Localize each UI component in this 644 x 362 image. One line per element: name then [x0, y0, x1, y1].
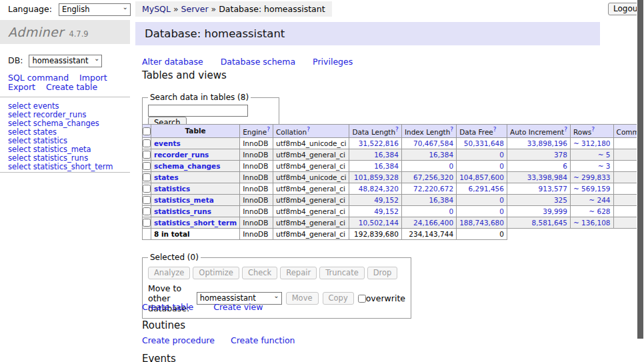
table-name-link[interactable]: statistics_runs: [154, 207, 211, 215]
row-checkbox-cell: [143, 149, 151, 160]
optimize-button[interactable]: Optimize: [193, 267, 239, 279]
search-legend: Search data in tables (8): [148, 93, 251, 102]
column-help-icon[interactable]: ?: [395, 126, 399, 133]
search-input[interactable]: [148, 105, 248, 117]
cell-data-length: 16,384: [349, 160, 401, 171]
breadcrumb-mysql-link[interactable]: MySQL: [142, 4, 171, 14]
column-help-icon[interactable]: ?: [493, 126, 497, 133]
routines-heading: Routines: [142, 319, 185, 331]
db-select[interactable]: homeassistant: [29, 55, 102, 67]
table-name-link[interactable]: recorder_runs: [154, 151, 209, 159]
row-checkbox[interactable]: [143, 173, 151, 181]
table-header: TableEngine?Collation?Data Length?Index …: [143, 125, 644, 138]
table-name-link[interactable]: statistics_short_term: [154, 219, 237, 227]
table-name-link[interactable]: statistics: [154, 185, 190, 193]
row-checkbox[interactable]: [143, 219, 151, 227]
breadcrumb-current: Database: homeassistant: [219, 4, 325, 14]
select-table-link[interactable]: select statistics_short_term: [8, 163, 130, 171]
column-help-icon[interactable]: ?: [450, 126, 453, 133]
table-name-link[interactable]: schema_changes: [154, 162, 221, 170]
adminer-version: 4.7.9: [69, 29, 88, 39]
breadcrumb: MySQL»Server»Database: homeassistant: [135, 1, 332, 17]
column-help-icon[interactable]: ?: [307, 126, 310, 133]
database-schema-link[interactable]: Database schema: [221, 57, 295, 67]
move-button[interactable]: Move: [286, 292, 319, 305]
privileges-link[interactable]: Privileges: [313, 57, 353, 67]
row-checkbox[interactable]: [143, 196, 151, 204]
export-link[interactable]: Export: [8, 82, 35, 92]
cell-data-length: 101,859,328: [349, 171, 401, 183]
breadcrumb-separator: »: [211, 4, 217, 14]
cell-engine: InnoDB: [240, 183, 273, 194]
language-row: Language: English: [8, 3, 131, 16]
routine-links-row: Create procedure Create function: [142, 335, 309, 345]
table-name-link[interactable]: events: [154, 139, 181, 147]
row-checkbox[interactable]: [143, 207, 151, 215]
row-checkbox[interactable]: [143, 139, 151, 147]
table-row: statistics_runsInnoDButf8mb4_general_ci4…: [143, 205, 644, 217]
column-help-icon[interactable]: ?: [267, 126, 270, 133]
cell-index-length: 16,384: [401, 149, 456, 160]
cell-data-free: 104,857,600: [457, 171, 507, 183]
create-view-link[interactable]: Create view: [213, 302, 263, 312]
row-checkbox-cell: [143, 194, 151, 205]
adminer-logo-text: Adminer: [8, 25, 64, 39]
column-header-label: Auto Increment: [510, 128, 564, 136]
cell-index-length: 0: [401, 205, 456, 217]
cell-collation: utf8mb4_general_ci: [273, 194, 349, 205]
table-name-cell: events: [151, 137, 240, 149]
cell-data-free: 0: [457, 160, 507, 171]
table-name-link[interactable]: statistics_meta: [154, 196, 214, 204]
cell-data-length: 10,502,144: [349, 217, 401, 228]
breadcrumb-server-link[interactable]: Server: [181, 4, 209, 14]
scrollbar-thumb[interactable]: [637, 0, 643, 339]
selected-buttons-row: AnalyzeOptimizeCheckRepairTruncateDrop: [148, 267, 405, 279]
cell-auto-increment: 39,999: [507, 205, 570, 217]
create-function-link[interactable]: Create function: [231, 335, 295, 345]
repair-button[interactable]: Repair: [280, 267, 317, 279]
column-help-icon[interactable]: ?: [591, 126, 595, 133]
column-header-data-free: Data Free?: [457, 125, 507, 138]
cell-rows: ~ 3: [570, 160, 613, 171]
alter-database-link[interactable]: Alter database: [142, 57, 203, 67]
truncate-button[interactable]: Truncate: [319, 267, 365, 279]
row-checkbox-cell: [143, 160, 151, 171]
table-name-link[interactable]: states: [154, 173, 179, 181]
overwrite-checkbox[interactable]: [358, 295, 366, 303]
copy-button[interactable]: Copy: [323, 292, 354, 305]
row-checkbox[interactable]: [143, 162, 151, 170]
column-help-icon[interactable]: ?: [564, 126, 567, 133]
row-checkbox-cell: [143, 205, 151, 217]
import-link[interactable]: Import: [79, 73, 107, 83]
row-checkbox[interactable]: [143, 185, 151, 193]
page-scrollbar[interactable]: [637, 0, 644, 362]
drop-button[interactable]: Drop: [367, 267, 398, 279]
cell-auto-increment: 6: [507, 160, 570, 171]
table-row: statistics_short_termInnoDButf8mb4_gener…: [143, 217, 644, 228]
cell-index-length: 67,256,320: [401, 171, 456, 183]
column-header-table: Table: [151, 125, 240, 138]
cell-auto-increment: 325: [507, 194, 570, 205]
check-button[interactable]: Check: [242, 267, 277, 279]
language-select[interactable]: English: [59, 3, 131, 16]
table-name-cell: statistics_short_term: [151, 217, 240, 228]
create-procedure-link[interactable]: Create procedure: [142, 335, 215, 345]
analyze-button[interactable]: Analyze: [148, 267, 190, 279]
footer-empty-cell: [143, 228, 151, 239]
cell-collation: utf8mb4_unicode_ci: [273, 171, 349, 183]
table-name-cell: states: [151, 171, 240, 183]
sql-command-link[interactable]: SQL command: [8, 73, 69, 83]
column-header-label: Data Length: [352, 128, 395, 136]
column-header-label: Collation: [276, 128, 307, 136]
create-table-link[interactable]: Create table: [142, 302, 193, 312]
create-table-sidebar-link[interactable]: Create table: [46, 82, 97, 92]
select-all-checkbox[interactable]: [143, 127, 151, 135]
select-all-header-cell: [143, 125, 151, 138]
events-heading: Events: [142, 353, 176, 362]
column-header-collation: Collation?: [273, 125, 349, 138]
row-checkbox[interactable]: [143, 151, 151, 159]
selected-legend: Selected (0): [148, 253, 201, 262]
column-header-label: Rows: [573, 128, 591, 136]
column-header-engine: Engine?: [240, 125, 273, 138]
cell-rows: ~ 299,833: [570, 171, 613, 183]
